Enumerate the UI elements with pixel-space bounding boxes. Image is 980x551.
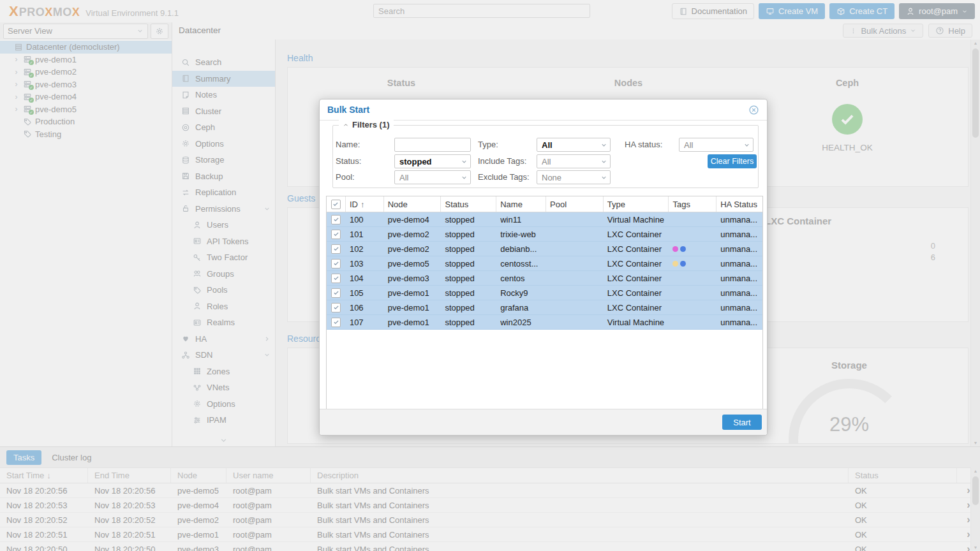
row-checkbox-cell bbox=[327, 244, 346, 254]
row-checkbox-cell bbox=[327, 215, 346, 224]
cell-id: 104 bbox=[346, 274, 384, 283]
cell-id: 101 bbox=[346, 230, 384, 239]
cell-id: 105 bbox=[346, 288, 384, 298]
clear-filters-label: Clear Filters bbox=[711, 157, 754, 166]
cell-ha: unmana... bbox=[716, 274, 762, 283]
cell-name: grafana bbox=[496, 303, 546, 312]
cell-node: pve-demo2 bbox=[384, 230, 442, 239]
cell-node: pve-demo1 bbox=[384, 318, 442, 327]
dialog-header[interactable]: Bulk Start bbox=[320, 99, 767, 121]
column-name[interactable]: Name bbox=[496, 196, 546, 212]
vm-row-107[interactable]: 107pve-demo1stoppedwin2025Virtual Machin… bbox=[327, 315, 762, 330]
cell-name: Rocky9 bbox=[496, 288, 546, 298]
cell-name: centosst... bbox=[496, 259, 546, 268]
clear-filters-button[interactable]: Clear Filters bbox=[708, 154, 757, 168]
cell-node: pve-demo1 bbox=[384, 288, 442, 298]
cell-name: trixie-web bbox=[496, 230, 546, 239]
cell-ha: unmana... bbox=[716, 244, 762, 254]
column-label: HA Status bbox=[720, 200, 757, 209]
guest-table-header: ID↑ Node Status Name Pool Type Tags HA S… bbox=[327, 196, 762, 212]
filters-legend[interactable]: Filters (1) bbox=[339, 120, 394, 129]
column-label: Type bbox=[607, 200, 625, 209]
cell-status: stopped bbox=[441, 318, 496, 327]
pool-filter-label: Pool: bbox=[336, 170, 355, 184]
ha-status-filter-value: All bbox=[684, 140, 743, 150]
check-icon bbox=[333, 304, 339, 311]
cell-type: LXC Container bbox=[604, 244, 669, 254]
row-checkbox[interactable] bbox=[331, 230, 341, 239]
vm-row-100[interactable]: 100pve-demo4stoppedwin11Virtual Machineu… bbox=[327, 212, 762, 227]
cell-ha: unmana... bbox=[716, 303, 762, 312]
column-label: Status bbox=[445, 200, 468, 209]
cell-status: stopped bbox=[441, 274, 496, 283]
include-tags-filter-select[interactable]: All bbox=[537, 154, 611, 168]
row-checkbox-cell bbox=[327, 259, 346, 268]
vm-row-106[interactable]: 106pve-demo1stoppedgrafanaLXC Containeru… bbox=[327, 300, 762, 315]
chevron-down-icon bbox=[461, 174, 468, 181]
row-checkbox[interactable] bbox=[331, 259, 341, 268]
row-checkbox[interactable] bbox=[331, 318, 341, 327]
dialog-close-button[interactable] bbox=[748, 105, 759, 115]
column-ha-status[interactable]: HA Status bbox=[716, 196, 762, 212]
row-checkbox[interactable] bbox=[331, 244, 341, 254]
cell-node: pve-demo2 bbox=[384, 244, 442, 254]
row-checkbox[interactable] bbox=[331, 303, 341, 312]
pool-filter-select[interactable]: All bbox=[394, 170, 471, 184]
proxmox-app: XPROXMOX Virtual Environment 9.1.1 Docum… bbox=[0, 0, 980, 551]
cell-status: stopped bbox=[441, 259, 496, 268]
status-filter-select[interactable]: stopped bbox=[394, 154, 471, 168]
column-label: Name bbox=[500, 200, 523, 209]
check-icon bbox=[332, 201, 339, 207]
bulk-start-dialog: Bulk Start Filters (1) Name: Type: All H… bbox=[319, 99, 768, 436]
cell-id: 100 bbox=[346, 215, 384, 224]
cell-type: LXC Container bbox=[604, 274, 669, 283]
cell-ha: unmana... bbox=[716, 288, 762, 298]
pool-filter-value: All bbox=[399, 173, 461, 182]
select-all-cell bbox=[327, 196, 346, 212]
type-filter-label: Type: bbox=[478, 138, 498, 152]
cell-ha: unmana... bbox=[716, 259, 762, 268]
column-pool[interactable]: Pool bbox=[546, 196, 604, 212]
column-label: Pool bbox=[550, 200, 567, 209]
column-label: Tags bbox=[672, 200, 690, 209]
cell-type: Virtual Machine bbox=[604, 318, 669, 327]
column-id[interactable]: ID↑ bbox=[346, 196, 384, 212]
column-node[interactable]: Node bbox=[384, 196, 442, 212]
status-filter-value: stopped bbox=[399, 157, 461, 166]
guest-table-body: 100pve-demo4stoppedwin11Virtual Machineu… bbox=[327, 212, 762, 330]
vm-row-105[interactable]: 105pve-demo1stoppedRocky9LXC Containerun… bbox=[327, 286, 762, 300]
row-checkbox[interactable] bbox=[331, 215, 341, 224]
ha-status-filter-select[interactable]: All bbox=[679, 138, 754, 152]
column-type[interactable]: Type bbox=[604, 196, 669, 212]
cell-tags bbox=[669, 246, 716, 252]
cell-tags bbox=[669, 261, 716, 267]
type-filter-select[interactable]: All bbox=[537, 138, 611, 152]
column-tags[interactable]: Tags bbox=[669, 196, 716, 212]
vm-row-102[interactable]: 102pve-demo2stoppeddebianb...LXC Contain… bbox=[327, 242, 762, 256]
check-icon bbox=[333, 275, 339, 281]
cell-type: LXC Container bbox=[604, 230, 669, 239]
tag-dot bbox=[680, 261, 686, 267]
cell-status: stopped bbox=[441, 230, 496, 239]
chevron-down-icon bbox=[600, 174, 607, 181]
name-filter-input[interactable] bbox=[394, 138, 471, 152]
cell-ha: unmana... bbox=[716, 230, 762, 239]
row-checkbox[interactable] bbox=[331, 274, 341, 283]
column-label: Node bbox=[388, 200, 408, 209]
column-status[interactable]: Status bbox=[441, 196, 496, 212]
include-tags-filter-value: All bbox=[542, 157, 600, 166]
type-filter-value: All bbox=[542, 140, 600, 150]
vm-row-103[interactable]: 103pve-demo5stoppedcentosst...LXC Contai… bbox=[327, 256, 762, 271]
cell-node: pve-demo3 bbox=[384, 274, 442, 283]
start-button[interactable]: Start bbox=[722, 415, 762, 430]
vm-row-101[interactable]: 101pve-demo2stoppedtrixie-webLXC Contain… bbox=[327, 227, 762, 242]
chevron-down-icon bbox=[743, 142, 750, 149]
cell-status: stopped bbox=[441, 303, 496, 312]
vm-row-104[interactable]: 104pve-demo3stoppedcentosLXC Containerun… bbox=[327, 271, 762, 286]
row-checkbox[interactable] bbox=[331, 288, 341, 298]
select-all-checkbox[interactable] bbox=[331, 200, 341, 209]
cell-name: centos bbox=[496, 274, 546, 283]
cell-type: Virtual Machine bbox=[604, 215, 669, 224]
cell-node: pve-demo1 bbox=[384, 303, 442, 312]
exclude-tags-filter-select[interactable]: None bbox=[537, 170, 611, 184]
